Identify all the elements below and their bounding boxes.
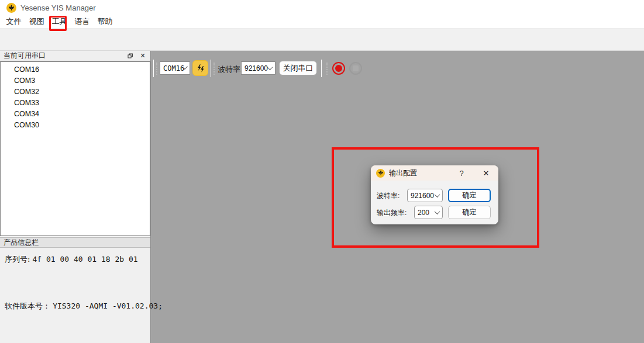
dialog-freq-ok-button[interactable]: 确定	[448, 206, 491, 219]
baud-rate-select[interactable]: 921600	[241, 61, 275, 75]
software-version-line: 软件版本号： YIS320 -AQMI -V01.02.03;	[5, 301, 163, 311]
chevron-down-icon	[435, 209, 440, 214]
list-item-com34[interactable]: COM34	[1, 109, 150, 120]
float-window-icon	[127, 53, 133, 59]
stop-icon	[349, 62, 362, 75]
dialog-freq-select[interactable]: 200	[414, 206, 443, 219]
baud-rate-label: 波特率:	[218, 64, 243, 75]
list-item-com3[interactable]: COM3	[1, 75, 150, 86]
refresh-ports-button[interactable]	[192, 60, 208, 76]
yesense-logo-icon	[6, 3, 16, 13]
serial-port-list[interactable]: COM16 COM3 COM32 COM33 COM34 COM30	[0, 61, 150, 236]
dialog-baud-label: 波特率:	[377, 191, 400, 201]
list-item-com32[interactable]: COM32	[1, 86, 150, 98]
serial-number-value: 4f 01 00 40 01 18 2b 01	[33, 255, 138, 264]
float-panel-button[interactable]	[125, 52, 135, 60]
toolbar-grip[interactable]	[326, 63, 328, 75]
window-title: Yesense YIS Manager	[20, 4, 96, 12]
menu-bar: 文件 视图 工具 语言 帮助	[0, 15, 644, 29]
dialog-close-button[interactable]: ✕	[478, 169, 494, 178]
list-item-com33[interactable]: COM33	[1, 98, 150, 109]
serial-ports-panel: 当前可用串口 ✕ COM16 COM3 COM32 COM33 COM34 CO…	[0, 51, 151, 343]
toolbar-separator	[211, 60, 211, 77]
toolbar-separator	[153, 60, 154, 77]
software-version-value: YIS320 -AQMI -V01.02.03;	[53, 302, 163, 310]
close-panel-button[interactable]: ✕	[137, 52, 148, 60]
product-info-header: 产品信息栏	[0, 237, 150, 248]
title-bar: Yesense YIS Manager	[0, 0, 644, 15]
serial-ports-panel-header: 当前可用串口 ✕	[0, 51, 150, 61]
dialog-freq-value: 200	[418, 209, 429, 217]
app-window: Yesense YIS Manager 文件 视图 工具 语言 帮助	[0, 0, 644, 343]
list-item-com30[interactable]: COM30	[1, 120, 150, 131]
lightning-refresh-icon	[195, 63, 206, 74]
chevron-down-icon	[435, 192, 440, 198]
serial-ports-panel-title: 当前可用串口	[4, 51, 125, 61]
menu-item-language[interactable]: 语言	[74, 16, 90, 27]
serial-number-line: 序列号: 4f 01 00 40 01 18 2b 01	[5, 254, 138, 265]
dialog-title: 输出配置	[389, 168, 455, 178]
dialog-help-button[interactable]: ?	[455, 169, 468, 178]
dialog-baud-value: 921600	[411, 192, 434, 200]
toolbar-separator	[321, 60, 322, 77]
toolbar-grip[interactable]	[213, 63, 215, 75]
toolbar-grip[interactable]	[156, 63, 158, 75]
baud-rate-value: 921600	[244, 64, 268, 72]
dialog-baud-ok-button[interactable]: 确定	[448, 189, 491, 202]
stop-button[interactable]	[348, 61, 363, 76]
yesense-logo-icon	[376, 169, 385, 178]
product-info-title: 产品信息栏	[4, 238, 39, 248]
menu-item-view[interactable]: 视图	[29, 16, 44, 27]
serial-number-label: 序列号:	[5, 255, 30, 264]
chevron-down-icon	[267, 64, 273, 70]
menu-item-help[interactable]: 帮助	[97, 16, 113, 27]
dialog-baud-select[interactable]: 921600	[407, 189, 443, 202]
record-icon	[332, 62, 345, 75]
com-port-select[interactable]: COM16	[160, 61, 190, 75]
close-serial-port-button[interactable]: 关闭串口	[279, 61, 317, 75]
toolbar: UTC COM16	[0, 29, 644, 51]
software-version-label: 软件版本号：	[5, 302, 50, 310]
dialog-freq-label: 输出频率:	[377, 208, 407, 218]
dialog-title-bar: 输出配置 ? ✕	[371, 165, 498, 181]
output-config-dialog: 输出配置 ? ✕ 波特率: 921600 确定 输出频率: 200 确定	[371, 165, 498, 224]
com-port-value: COM16	[163, 64, 184, 72]
list-item-com16[interactable]: COM16	[1, 64, 150, 75]
record-button[interactable]	[331, 61, 346, 76]
menu-item-tools[interactable]: 工具	[51, 16, 67, 27]
menu-item-file[interactable]: 文件	[6, 16, 22, 27]
